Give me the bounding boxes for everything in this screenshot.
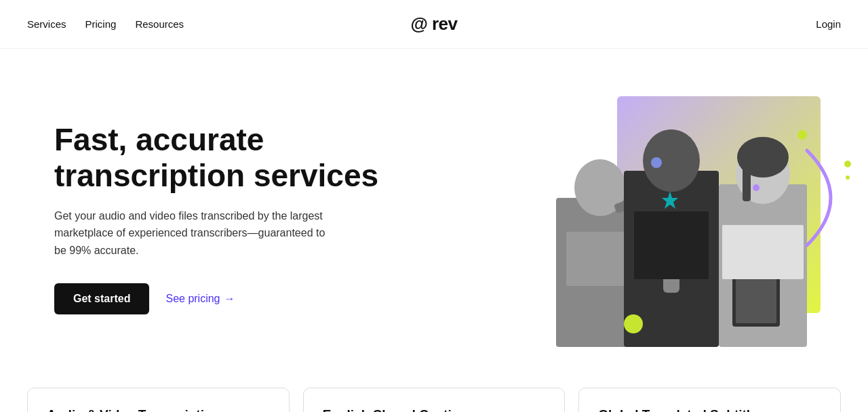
- nav-resources-link[interactable]: Resources: [135, 18, 184, 30]
- hero-section: Fast, accurate transcription services Ge…: [0, 49, 868, 374]
- navigation: Services Pricing Resources @ rev Login: [0, 0, 868, 49]
- hero-headline: Fast, accurate transcription services: [54, 122, 407, 194]
- card-transcription: Audio & Video Transcription $1.50 per mi…: [27, 388, 290, 412]
- card-captions: English Closed Captions $1.50 per minute…: [303, 388, 566, 412]
- svg-point-22: [844, 161, 851, 167]
- card-subtitles: Global Translated Subtitles $5-12 per mi…: [578, 388, 841, 412]
- nav-right: Login: [816, 18, 841, 30]
- purple-dot-icon: [753, 184, 760, 191]
- see-pricing-label: See pricing: [165, 293, 220, 305]
- arrow-icon: →: [224, 293, 235, 305]
- blue-dot-icon: [651, 157, 662, 168]
- nav-left: Services Pricing Resources: [27, 18, 184, 30]
- green-dot-small-icon: [797, 130, 807, 140]
- hero-subtext: Get your audio and video files transcrib…: [54, 207, 339, 260]
- card-subtitles-title: Global Translated Subtitles: [598, 407, 821, 412]
- card-transcription-title: Audio & Video Transcription: [47, 407, 270, 412]
- cards-section: Audio & Video Transcription $1.50 per mi…: [0, 374, 868, 412]
- people-illustration: [515, 117, 827, 347]
- logo[interactable]: @ rev: [411, 14, 458, 35]
- hero-illustration: [515, 89, 841, 347]
- svg-rect-21: [722, 225, 804, 279]
- nav-services-link[interactable]: Services: [27, 18, 66, 30]
- card-captions-title: English Closed Captions: [323, 407, 546, 412]
- svg-point-23: [846, 176, 850, 180]
- svg-rect-18: [743, 154, 751, 201]
- logo-icon: @: [411, 14, 428, 35]
- see-pricing-link[interactable]: See pricing →: [165, 293, 235, 305]
- login-link[interactable]: Login: [816, 18, 841, 30]
- purple-arc-icon: [800, 144, 854, 252]
- svg-rect-13: [634, 211, 709, 279]
- hero-buttons: Get started See pricing →: [54, 283, 407, 314]
- hero-content: Fast, accurate transcription services Ge…: [54, 122, 407, 315]
- green-dot-large-icon: [624, 314, 643, 333]
- get-started-button[interactable]: Get started: [54, 283, 149, 314]
- nav-pricing-link[interactable]: Pricing: [85, 18, 117, 30]
- logo-text: rev: [432, 14, 458, 35]
